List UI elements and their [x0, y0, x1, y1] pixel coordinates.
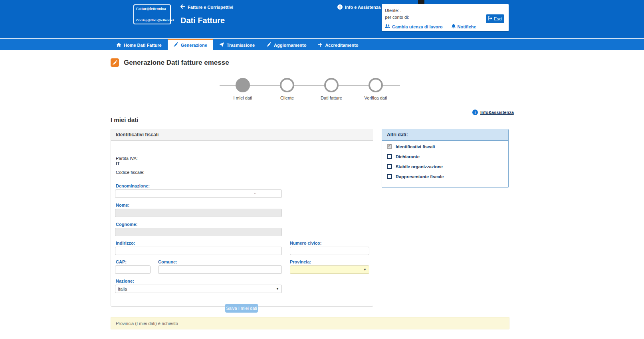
- nav-label: Accreditamento: [325, 43, 358, 48]
- checkbox-identificativi-fiscali[interactable]: ✓ Identificativi fiscali: [387, 144, 435, 149]
- info-icon: i: [337, 4, 343, 10]
- pencil-icon: [267, 42, 271, 48]
- nav-label: Aggiornamento: [274, 43, 306, 48]
- step-label: Cliente: [265, 96, 309, 100]
- cap-input[interactable]: [115, 265, 151, 274]
- codice-fiscale-label: Codice fiscale:: [116, 170, 145, 175]
- indirizzo-label: Indirizzo:: [116, 241, 135, 245]
- nav-trasmissione[interactable]: Trasmissione: [213, 39, 261, 50]
- redaction-mark: [418, 0, 424, 4]
- bell-icon: [452, 24, 456, 29]
- nav-aggiornamento[interactable]: Aggiornamento: [261, 39, 312, 50]
- partita-iva-label: Partita IVA:: [116, 156, 138, 161]
- denominazione-redaction-artifact: ..: [254, 190, 256, 195]
- altri-dati-panel: Altri dati: ✓ Identificativi fiscali ✓ D…: [382, 129, 509, 188]
- nav-label: Trasmissione: [227, 43, 255, 48]
- numero-civico-label: Numero civico:: [290, 241, 321, 245]
- nav-label: Generazione: [181, 43, 207, 48]
- logo-line-1: Fattur@lettronica: [136, 7, 168, 11]
- denominazione-input[interactable]: [115, 189, 282, 198]
- checkbox-icon: ✓: [387, 174, 392, 179]
- nav-home-dati-fatture[interactable]: Home Dati Fatture: [111, 39, 168, 50]
- denominazione-label: Denominazione:: [116, 183, 150, 188]
- nav-generazione[interactable]: Generazione: [168, 39, 213, 50]
- main-navbar: Home Dati Fatture Generazione Trasmissio…: [0, 39, 644, 50]
- fatture-corrispettivi-logo[interactable]: Fattur@lettronica Corrisp@ttivi @lettron…: [133, 4, 171, 24]
- nome-input: [115, 209, 282, 217]
- cognome-label: Cognome:: [116, 222, 137, 227]
- checkbox-dichiarante[interactable]: ✓ Dichiarante: [387, 154, 420, 159]
- info-assistenza-content-label: Info&assistenza: [480, 110, 514, 115]
- users-icon: [385, 24, 390, 29]
- app-title: Dati Fatture: [180, 16, 225, 25]
- partita-iva-value: IT: [116, 161, 120, 166]
- info-assistenza-link[interactable]: i Info e Assistenza: [337, 4, 380, 10]
- wizard-stepper: I miei dati Cliente Dati fatture Verific…: [220, 77, 400, 101]
- info-assistenza-label: Info e Assistenza: [345, 5, 380, 10]
- altri-dati-header: Altri dati:: [382, 129, 508, 141]
- checkbox-icon: ✓: [387, 154, 392, 159]
- page-title: Generazione Dati fatture emesse: [124, 59, 229, 67]
- provincia-select[interactable]: ▼: [290, 265, 369, 274]
- step-label: I miei dati: [221, 96, 265, 100]
- step-label: Verifica dati: [354, 96, 398, 100]
- cap-label: CAP:: [116, 259, 127, 264]
- notifiche-link[interactable]: Notifiche: [452, 24, 476, 29]
- identificativi-fiscali-panel: Identificativi fiscali Partita IVA: IT C…: [111, 129, 373, 307]
- validation-warning-banner: Provincia (I miei dati) è richiesto: [111, 317, 509, 329]
- comune-input[interactable]: [158, 265, 282, 274]
- checkbox-stabile-organizzazione[interactable]: ✓ Stabile organizzazione: [387, 164, 443, 169]
- indirizzo-input[interactable]: [115, 247, 282, 255]
- logout-icon: [488, 16, 492, 21]
- checkbox-icon: ✓: [387, 164, 392, 169]
- cambia-utenza-label: Cambia utenza di lavoro: [392, 24, 443, 29]
- nazione-label: Nazione:: [116, 279, 134, 283]
- back-to-fatture-corrispettivi-link[interactable]: Fatture e Corrispettivi: [180, 4, 233, 10]
- step-circle-i-miei-dati[interactable]: [236, 78, 250, 92]
- provincia-label: Provincia:: [290, 259, 311, 264]
- notifiche-label: Notifiche: [458, 24, 476, 29]
- panel-header: Identificativi fiscali: [111, 129, 373, 141]
- checkbox-label: Identificativi fiscali: [396, 144, 435, 149]
- info-assistenza-content-link[interactable]: i Info&assistenza: [472, 110, 514, 115]
- esci-label: Esci: [494, 16, 502, 21]
- nome-label: Nome:: [116, 203, 129, 207]
- chevron-down-icon: ▼: [276, 287, 279, 291]
- nazione-select[interactable]: Italia ▼: [115, 285, 282, 293]
- step-label: Dati fatture: [309, 96, 353, 100]
- info-icon: i: [472, 110, 478, 115]
- cognome-input: [115, 228, 282, 236]
- plus-icon: [318, 43, 322, 48]
- send-icon: [219, 42, 224, 48]
- step-circle-dati-fatture[interactable]: [324, 78, 339, 92]
- user-panel: Utente: . per conto di: Cambia utenza di…: [382, 4, 509, 31]
- on-behalf-label: per conto di:: [385, 15, 409, 20]
- home-icon: [117, 43, 121, 48]
- back-link-label: Fatture e Corrispettivi: [188, 5, 233, 10]
- step-circle-verifica-dati[interactable]: [369, 78, 383, 92]
- warning-message: Provincia (I miei dati) è richiesto: [116, 321, 178, 326]
- back-arrow-icon: [180, 4, 185, 10]
- chevron-down-icon: ▼: [363, 268, 367, 271]
- numero-civico-input[interactable]: [290, 247, 369, 255]
- salva-i-miei-dati-button[interactable]: Salva I miei dati: [225, 304, 258, 313]
- checkbox-label: Rappresentante fiscale: [396, 174, 444, 179]
- header-divider: [180, 15, 374, 15]
- checkbox-icon: ✓: [387, 144, 392, 149]
- section-heading: I miei dati: [111, 116, 138, 123]
- logo-line-2: Corrisp@ttivi @lettronici: [136, 18, 168, 22]
- checkbox-label: Stabile organizzazione: [396, 164, 443, 169]
- user-label: Utente: .: [385, 8, 402, 13]
- checkbox-rappresentante-fiscale[interactable]: ✓ Rappresentante fiscale: [387, 174, 444, 179]
- app-header: Fattur@lettronica Corrisp@ttivi @lettron…: [0, 0, 644, 38]
- comune-label: Comune:: [158, 259, 177, 264]
- cambia-utenza-link[interactable]: Cambia utenza di lavoro: [385, 24, 443, 29]
- nav-accreditamento[interactable]: Accreditamento: [312, 39, 364, 50]
- nazione-selected-value: Italia: [118, 287, 127, 291]
- generazione-pencil-icon: [111, 58, 119, 67]
- pencil-icon: [174, 42, 178, 48]
- checkbox-label: Dichiarante: [396, 154, 420, 159]
- step-circle-cliente[interactable]: [280, 78, 294, 92]
- esci-button[interactable]: Esci: [486, 14, 504, 23]
- nav-label: Home Dati Fatture: [124, 43, 162, 48]
